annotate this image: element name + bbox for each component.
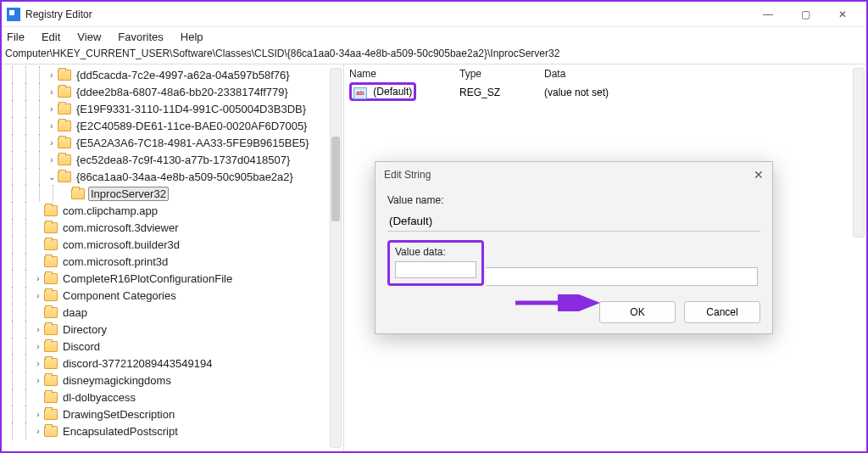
menu-view[interactable]: View xyxy=(75,29,103,45)
folder-icon xyxy=(44,256,58,267)
tree-item[interactable]: InprocServer32 xyxy=(5,185,343,202)
chevron-right-icon[interactable]: › xyxy=(46,104,58,114)
folder-icon xyxy=(44,409,58,420)
tree-item[interactable]: ›CompleteR16PlotConfigurationFile xyxy=(5,270,343,287)
tree-item-label: {ec52dea8-7c9f-4130-a77b-1737d0418507} xyxy=(75,154,292,166)
tree-item-label: {E19F9331-3110-11D4-991C-005004D3B3DB} xyxy=(75,103,308,115)
menu-help[interactable]: Help xyxy=(179,29,205,45)
folder-icon xyxy=(44,222,58,233)
tree-item[interactable]: ›{E2C40589-DE61-11ce-BAE0-0020AF6D7005} xyxy=(5,117,343,134)
tree-item[interactable]: ›{dd5cacda-7c2e-4997-a62a-04a597b58f76} xyxy=(5,66,343,83)
menu-favorites[interactable]: Favorites xyxy=(116,29,164,45)
tree-item[interactable]: ›Directory xyxy=(5,321,343,338)
tree-item[interactable]: ›discord-377212089443549194 xyxy=(5,355,343,372)
value-data-highlight: Value data: xyxy=(387,240,484,286)
tree-item[interactable]: ›EncapsulatedPostscript xyxy=(5,422,343,439)
tree-item-label: {dd5cacda-7c2e-4997-a62a-04a597b58f76} xyxy=(75,69,292,81)
close-button[interactable]: ✕ xyxy=(824,2,861,27)
column-data[interactable]: Data xyxy=(539,68,866,80)
chevron-right-icon[interactable]: › xyxy=(32,410,44,419)
folder-icon xyxy=(58,103,71,115)
folder-icon xyxy=(44,239,58,250)
tree-item-label: InprocServer32 xyxy=(88,187,169,201)
window-title: Registry Editor xyxy=(25,8,749,20)
tree-pane: ›{dd5cacda-7c2e-4997-a62a-04a597b58f76}›… xyxy=(2,64,344,451)
value-data-field[interactable] xyxy=(487,267,758,286)
tree-item[interactable]: com.microsoft.print3d xyxy=(5,253,343,270)
value-data-field-left[interactable] xyxy=(395,261,476,278)
value-data-label: Value data: xyxy=(395,246,476,258)
tree-item-label: Directory xyxy=(61,323,108,336)
tree-item-label: discord-377212089443549194 xyxy=(61,357,214,370)
tree-item[interactable]: dl-dolbyaccess xyxy=(5,389,343,405)
dialog-title: Edit String xyxy=(384,169,431,181)
folder-icon xyxy=(58,70,71,81)
tree-item-label: dl-dolbyaccess xyxy=(61,391,137,404)
chevron-right-icon[interactable]: › xyxy=(32,325,44,334)
minimize-button[interactable]: — xyxy=(749,2,787,27)
chevron-right-icon[interactable]: › xyxy=(32,274,44,283)
chevron-right-icon[interactable]: › xyxy=(32,376,44,385)
folder-icon xyxy=(44,324,58,335)
tree-item-label: {E2C40589-DE61-11ce-BAE0-0020AF6D7005} xyxy=(75,120,309,132)
chevron-right-icon[interactable]: › xyxy=(46,87,58,97)
folder-icon xyxy=(44,273,58,284)
chevron-right-icon[interactable]: › xyxy=(46,121,58,131)
tree-item-label: daap xyxy=(61,306,89,319)
value-type-cell: REG_SZ xyxy=(454,87,539,98)
tree-item[interactable]: com.clipchamp.app xyxy=(5,202,343,219)
tree-item[interactable]: ›DrawingSetDescription xyxy=(5,405,343,422)
chevron-right-icon[interactable]: › xyxy=(46,138,58,148)
folder-icon xyxy=(44,358,58,369)
value-data-section: Value data: xyxy=(387,240,760,286)
chevron-down-icon[interactable]: ⌄ xyxy=(46,172,58,182)
address-bar[interactable]: Computer\HKEY_CURRENT_USER\Software\Clas… xyxy=(2,46,866,64)
registry-tree[interactable]: ›{dd5cacda-7c2e-4997-a62a-04a597b58f76}›… xyxy=(5,64,343,439)
folder-icon xyxy=(58,171,71,182)
tree-item-label: com.microsoft.builder3d xyxy=(61,238,181,251)
value-name-label: Value name: xyxy=(387,194,760,206)
tree-item-label: {ddee2b8a-6807-48a6-bb20-2338174ff779} xyxy=(75,86,290,98)
tree-scrollbar[interactable] xyxy=(330,68,342,448)
chevron-right-icon[interactable]: › xyxy=(32,359,44,368)
tree-item[interactable]: ›disneymagickingdoms xyxy=(5,372,343,389)
folder-icon xyxy=(44,426,58,437)
ok-button[interactable]: OK xyxy=(599,301,676,323)
menu-file[interactable]: File xyxy=(5,29,26,45)
folder-icon xyxy=(44,392,58,403)
tree-item[interactable]: com.microsoft.builder3d xyxy=(5,236,343,253)
column-type[interactable]: Type xyxy=(454,68,539,80)
edit-string-dialog: Edit String ✕ Value name: Value data: OK… xyxy=(375,161,773,334)
chevron-right-icon[interactable]: › xyxy=(32,291,44,300)
folder-icon xyxy=(58,154,71,165)
chevron-right-icon[interactable]: › xyxy=(32,427,44,436)
tree-item-label: disneymagickingdoms xyxy=(61,374,173,387)
value-data-cell: (value not set) xyxy=(539,87,866,98)
tree-item[interactable]: daap xyxy=(5,304,343,321)
tree-item[interactable]: com.microsoft.3dviewer xyxy=(5,219,343,236)
list-scrollbar[interactable] xyxy=(853,68,865,238)
column-name[interactable]: Name xyxy=(344,68,454,80)
dialog-titlebar[interactable]: Edit String ✕ xyxy=(376,162,772,187)
tree-item-label: com.microsoft.3dviewer xyxy=(61,221,181,234)
chevron-right-icon[interactable]: › xyxy=(32,342,44,351)
tree-item[interactable]: ›{ec52dea8-7c9f-4130-a77b-1737d0418507} xyxy=(5,151,343,168)
menubar: File Edit View Favorites Help xyxy=(2,27,866,46)
tree-item[interactable]: ›Discord xyxy=(5,338,343,355)
tree-item[interactable]: ›{E19F9331-3110-11D4-991C-005004D3B3DB} xyxy=(5,100,343,117)
tree-item[interactable]: ›{ddee2b8a-6807-48a6-bb20-2338174ff779} xyxy=(5,83,343,100)
titlebar: Registry Editor — ▢ ✕ xyxy=(2,2,866,27)
maximize-button[interactable]: ▢ xyxy=(787,2,824,27)
chevron-right-icon[interactable]: › xyxy=(46,155,58,165)
tree-item-label: EncapsulatedPostscript xyxy=(61,425,180,438)
tree-item-label: {E5A2A3A6-7C18-4981-AA33-5FE9B9615BE5} xyxy=(75,137,311,149)
tree-item[interactable]: ›Component Categories xyxy=(5,287,343,304)
tree-item-label: {86ca1aa0-34aa-4e8b-a509-50c905bae2a2} xyxy=(75,171,295,183)
cancel-button[interactable]: Cancel xyxy=(684,301,760,323)
chevron-right-icon[interactable]: › xyxy=(46,70,58,80)
list-row-default[interactable]: ab (Default) REG_SZ (value not set) xyxy=(344,83,866,102)
dialog-close-icon[interactable]: ✕ xyxy=(754,168,764,182)
menu-edit[interactable]: Edit xyxy=(40,29,62,45)
tree-item[interactable]: ›{E5A2A3A6-7C18-4981-AA33-5FE9B9615BE5} xyxy=(5,134,343,151)
tree-item[interactable]: ⌄{86ca1aa0-34aa-4e8b-a509-50c905bae2a2} xyxy=(5,168,343,185)
